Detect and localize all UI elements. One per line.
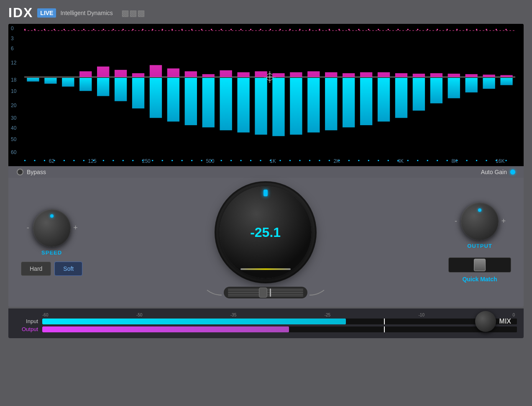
speed-knob-dot bbox=[50, 214, 54, 218]
mix-knob[interactable] bbox=[475, 311, 496, 332]
controls-strip: Bypass Auto Gain bbox=[8, 166, 524, 178]
speed-knob-label: SPEED bbox=[41, 249, 62, 256]
meter-scale-numbers: -60 -50 -35 -25 -10 0 bbox=[15, 313, 517, 317]
mix-curve-right-icon bbox=[307, 288, 330, 298]
speed-plus-button[interactable]: + bbox=[71, 224, 81, 232]
spectrum-canvas bbox=[8, 24, 524, 166]
mix-slider-indicator bbox=[270, 288, 271, 297]
input-meter-fill bbox=[42, 319, 346, 324]
bypass-group: Bypass bbox=[17, 169, 46, 175]
quick-match-section: Quick Match bbox=[448, 257, 511, 283]
output-plus-button[interactable]: + bbox=[499, 217, 509, 226]
scale-25: -25 bbox=[325, 313, 330, 317]
main-knob-indicator bbox=[263, 190, 268, 196]
scale-0: 0 bbox=[512, 313, 515, 317]
input-meter-marker bbox=[384, 319, 385, 324]
logo-idx: IDX bbox=[8, 5, 33, 21]
input-meter-row: Input bbox=[15, 318, 517, 324]
output-knob-container: - + bbox=[451, 203, 509, 240]
right-section: - + OUTPUT Quick Match bbox=[448, 203, 511, 283]
mix-slider-track[interactable] bbox=[224, 287, 307, 298]
mix-slider-section bbox=[201, 287, 330, 298]
logo-live-badge: LIVE bbox=[37, 8, 56, 18]
output-knob-dot bbox=[478, 208, 481, 212]
input-meter-bar-bg bbox=[42, 319, 517, 324]
main-controls: - + SPEED Hard Soft -25.1 bbox=[8, 178, 524, 307]
bypass-label: Bypass bbox=[27, 169, 46, 175]
output-meter-marker bbox=[384, 326, 385, 332]
logo-subtitle: Intelligent Dynamics bbox=[60, 10, 113, 16]
speed-minus-button[interactable]: - bbox=[23, 224, 33, 232]
hard-preset-button[interactable]: Hard bbox=[21, 262, 51, 276]
output-knob[interactable] bbox=[461, 203, 499, 240]
mix-slider-handle[interactable] bbox=[259, 288, 267, 298]
header: IDX LIVE Intelligent Dynamics ▩▩▩ bbox=[0, 0, 532, 24]
autogain-label: Auto Gain bbox=[481, 169, 507, 175]
output-meter-fill bbox=[42, 326, 289, 332]
autogain-led[interactable] bbox=[510, 170, 515, 175]
bypass-led[interactable] bbox=[17, 169, 23, 175]
autogain-group: Auto Gain bbox=[481, 169, 515, 175]
mix-label: MIX bbox=[499, 318, 511, 325]
preset-buttons: Hard Soft bbox=[21, 262, 82, 276]
mix-curve-left-icon bbox=[201, 288, 224, 298]
logo-bars-icon: ▩▩▩ bbox=[121, 8, 145, 18]
quick-match-thumb[interactable] bbox=[474, 259, 486, 271]
output-meter-bar-bg bbox=[42, 326, 517, 332]
spectrum-analyzer bbox=[8, 24, 524, 166]
input-meter-label: Input bbox=[15, 318, 38, 324]
speed-knob-group: - + SPEED Hard Soft bbox=[21, 209, 82, 276]
output-meter-row: Output bbox=[15, 326, 517, 332]
main-knob-value: -25.1 bbox=[250, 225, 281, 240]
scale-35: -35 bbox=[230, 313, 236, 317]
quick-match-slider[interactable] bbox=[448, 257, 511, 272]
scale-50: -50 bbox=[136, 313, 142, 317]
scale-60: -60 bbox=[42, 313, 48, 317]
mix-knob-section: MIX bbox=[475, 311, 511, 332]
output-meter-label: Output bbox=[15, 326, 38, 332]
speed-knob-container: - + bbox=[23, 209, 81, 247]
output-knob-group: - + OUTPUT bbox=[451, 203, 509, 249]
main-knob[interactable]: -25.1 bbox=[220, 186, 312, 278]
quick-match-label: Quick Match bbox=[462, 276, 497, 283]
output-minus-button[interactable]: - bbox=[451, 217, 461, 226]
soft-preset-button[interactable]: Soft bbox=[54, 262, 82, 276]
scale-10: -10 bbox=[419, 313, 425, 317]
main-knob-ring bbox=[240, 268, 291, 270]
output-knob-label: OUTPUT bbox=[467, 243, 492, 249]
plugin-area: Bypass Auto Gain - + SPEED Hard Soft bbox=[8, 24, 524, 307]
speed-knob[interactable] bbox=[33, 209, 71, 247]
center-knob-section: -25.1 bbox=[82, 186, 448, 298]
meters-section: -60 -50 -35 -25 -10 0 Input Output MIX bbox=[8, 308, 524, 338]
